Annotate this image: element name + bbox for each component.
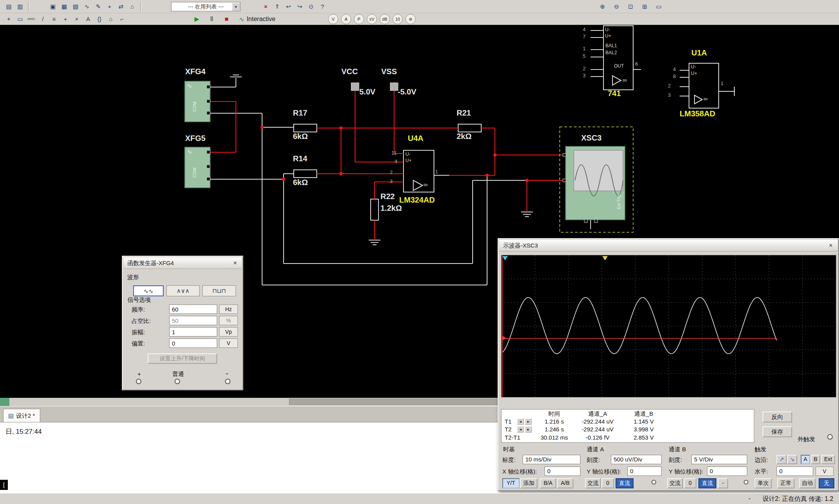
t2-left-arrow[interactable]: ◄ [517, 426, 524, 433]
r14-ref-label[interactable]: R14 [293, 154, 307, 163]
in-use-list-dropdown[interactable]: --- 在用列表 --- ▼ [171, 2, 241, 11]
square-wave-button[interactable]: ⊓⊔⊓ [202, 285, 236, 296]
reverse-button[interactable]: 反向 [762, 411, 792, 422]
trigger-ext-button[interactable]: Ext [821, 455, 835, 464]
set-rise-fall-button[interactable]: 设置上升/下降时间 [148, 353, 217, 364]
triangle-wave-button[interactable]: ∧∨∧ [166, 285, 200, 296]
hierarchy-icon[interactable]: ⌂ [127, 2, 137, 11]
scrollbar-thumb[interactable] [289, 399, 498, 405]
place-wire-icon[interactable]: / [37, 14, 48, 24]
interactive-profile-label[interactable]: Interactive [246, 16, 275, 23]
u1a-ref-label[interactable]: U1A [691, 48, 707, 57]
channel-a-scale-field[interactable]: 500 uV/Div [611, 455, 662, 464]
component-wizard-icon[interactable]: + [104, 2, 115, 11]
probe-digital-icon[interactable]: 10 [393, 14, 403, 24]
channel-a-dc-button[interactable]: 直流 [616, 478, 634, 488]
trigger-rising-edge-icon[interactable]: ↗ [777, 455, 787, 464]
vss-value-label[interactable]: -5.0V [398, 87, 416, 96]
vcc-ref-label[interactable]: VCC [341, 67, 358, 76]
probe-gain-icon[interactable]: dB [380, 14, 390, 24]
open-design-icon[interactable]: ▥ [15, 2, 25, 11]
trigger-auto-button[interactable]: 自动 [799, 478, 816, 488]
place-bus-icon[interactable]: ≡ [49, 14, 59, 24]
channel-b-scale-field[interactable]: 5 V/Div [691, 455, 747, 464]
trigger-level-field[interactable]: 0 [777, 467, 813, 476]
zoom-area-icon[interactable]: ⊡ [625, 2, 636, 11]
yt-mode-button[interactable]: Y/T [502, 478, 519, 488]
xsc3-ref-label[interactable]: XSC3 [581, 134, 602, 142]
grapher-icon[interactable]: ∿ [82, 2, 92, 11]
r17-value-label[interactable]: 6kΩ [293, 132, 308, 141]
scope-titlebar[interactable]: 示波器-XSC3 × [499, 240, 837, 251]
erc-check-icon[interactable]: × [261, 2, 271, 11]
xfg5-ref-label[interactable]: XFG5 [185, 134, 205, 143]
place-component-icon[interactable]: ▭ [15, 14, 25, 24]
probe-current-icon[interactable]: A [341, 14, 351, 24]
run-simulation-button[interactable]: ▶ [191, 14, 202, 24]
frequency-input[interactable] [169, 305, 217, 314]
spreadsheet-view-icon[interactable]: ▦ [59, 2, 70, 11]
vcc-value-label[interactable]: 5.0V [359, 87, 375, 96]
back-annotate-icon[interactable]: ↩ [283, 2, 294, 11]
stop-simulation-button[interactable]: ■ [221, 14, 232, 24]
t1-left-arrow[interactable]: ◄ [517, 419, 524, 425]
u4a-part-label[interactable]: LM324AD [399, 196, 435, 205]
probe-voltage-icon[interactable]: V [328, 14, 338, 24]
r22-ref-label[interactable]: R22 [380, 192, 395, 201]
pause-simulation-button[interactable]: ‖ [206, 14, 217, 24]
probe-differential-voltage-icon[interactable]: ±V [367, 14, 377, 24]
cursor-t2-marker[interactable] [602, 256, 608, 260]
r21-ref-label[interactable]: R21 [457, 109, 471, 118]
zoom-sheet-icon[interactable]: ▭ [653, 2, 664, 11]
save-button[interactable]: 保存 [762, 426, 792, 437]
place-junction-icon[interactable]: + [60, 14, 71, 24]
find-icon[interactable]: ⊙ [306, 2, 316, 11]
transfer-icon[interactable]: ⇄ [116, 2, 126, 11]
function-generator-dialog[interactable]: 函数发生器-XFG4 × 波形 ∿∿ ∧∨∧ ⊓⊔⊓ 信号选项 频率: Hz 占… [122, 256, 243, 390]
channel-b-ypos-field[interactable]: 0 [707, 467, 747, 476]
help-icon[interactable]: ? [317, 2, 328, 11]
select-tool-icon[interactable]: ⌖ [4, 14, 14, 24]
dropdown-arrow-icon[interactable]: ▼ [232, 3, 240, 11]
add-mode-button[interactable]: 添加 [520, 478, 537, 488]
postprocessor-icon[interactable]: ✎ [93, 2, 104, 11]
zoom-in-icon[interactable]: ⊕ [597, 2, 608, 11]
timebase-scale-field[interactable]: 10 ms/Div [523, 455, 580, 464]
trigger-level-unit[interactable]: V [816, 467, 834, 476]
export-icon[interactable]: ⇑ [272, 2, 282, 11]
vss-ref-label[interactable]: VSS [381, 67, 397, 76]
oscilloscope-window[interactable]: 示波器-XSC3 × 时间 通道_A 通道_B T1 ◄ ► 1.216 s -… [498, 238, 839, 491]
channel-b-zero-button[interactable]: 0 [684, 478, 696, 488]
probe-power-icon[interactable]: P [354, 14, 364, 24]
ab-mode-button[interactable]: A/B [557, 478, 573, 488]
offset-input[interactable] [169, 338, 217, 348]
xfg4-ref-label[interactable]: XFG4 [185, 67, 205, 76]
new-design-icon[interactable]: ▤ [4, 2, 14, 11]
op741-ref-label[interactable]: 741 [608, 89, 621, 98]
dialog-titlebar[interactable]: 函数发生器-XFG4 × [123, 257, 242, 269]
hierarchical-block-icon[interactable]: ⌂ [105, 14, 116, 24]
break-wire-icon[interactable]: × [71, 14, 82, 24]
channel-a-ac-button[interactable]: 交流 [585, 478, 601, 488]
connector-icon[interactable]: ⌐ [117, 14, 127, 24]
channel-a-zero-marker[interactable] [502, 335, 506, 341]
common-terminal[interactable] [175, 379, 180, 384]
trigger-b-button[interactable]: B [811, 455, 820, 464]
probe-settings-icon[interactable]: ⊛ [405, 14, 416, 24]
ext-trigger-terminal[interactable] [827, 434, 833, 440]
zoom-out-icon[interactable]: ⊖ [611, 2, 622, 11]
trigger-single-button[interactable]: 单次 [755, 478, 772, 488]
u4a-ref-label[interactable]: U4A [408, 134, 423, 143]
plus-terminal[interactable] [136, 379, 141, 384]
zoom-fit-icon[interactable]: ⊞ [639, 2, 650, 11]
timebase-xpos-field[interactable]: 0 [544, 467, 580, 476]
channel-b-terminal[interactable] [744, 480, 748, 484]
amplitude-input[interactable] [169, 327, 217, 337]
channel-b-ac-button[interactable]: 交流 [667, 478, 683, 488]
trigger-none-button[interactable]: 无 [819, 478, 834, 488]
cursor-t1-marker[interactable] [502, 256, 508, 260]
forward-annotate-icon[interactable]: ↪ [295, 2, 305, 11]
r22-value-label[interactable]: 1.2kΩ [380, 204, 402, 213]
design-toolbox-icon[interactable]: ▣ [48, 2, 58, 11]
bracket-icon[interactable]: {} [94, 14, 105, 24]
